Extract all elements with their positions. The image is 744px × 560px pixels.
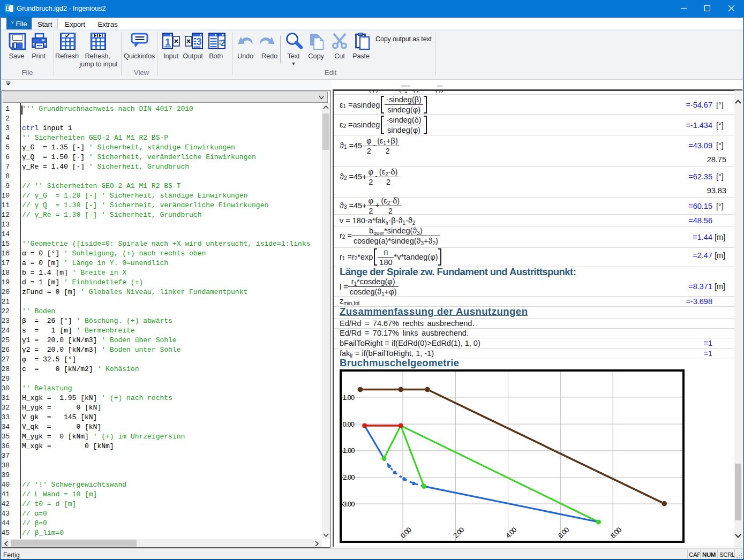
svg-text:2: 2 — [221, 39, 226, 48]
svg-text:0.00: 0.00 — [343, 420, 355, 428]
svg-text:1: 1 — [165, 37, 170, 48]
svg-text:-1.00: -1.00 — [341, 447, 355, 455]
svg-text:1.00: 1.00 — [343, 393, 355, 402]
svg-text:-2.00: -2.00 — [341, 473, 355, 481]
svg-text:3: 3 — [196, 36, 201, 47]
svg-text:-3.00: -3.00 — [341, 500, 355, 508]
